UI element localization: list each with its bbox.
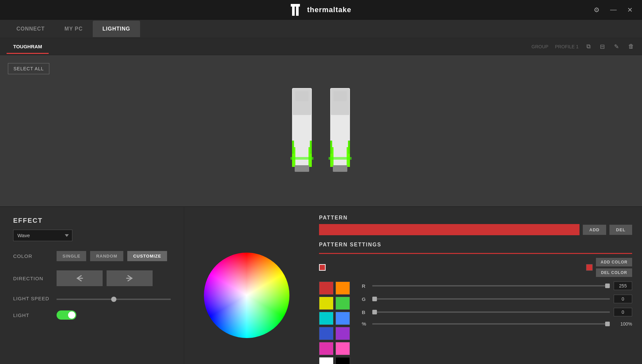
color-grid (319, 282, 350, 364)
r-row: R (362, 282, 632, 290)
svg-rect-10 (292, 141, 294, 154)
swatch-blue[interactable] (335, 312, 350, 325)
light-toggle[interactable] (57, 310, 76, 320)
svg-rect-15 (333, 165, 347, 172)
brand: thermaltake (291, 4, 352, 16)
swatch-pink[interactable] (319, 342, 333, 355)
brand-logo-icon (291, 4, 304, 16)
tab-mypc[interactable]: MY PC (55, 21, 92, 37)
r-slider[interactable] (372, 285, 610, 286)
paste-icon[interactable]: ⊟ (599, 42, 606, 52)
g-slider[interactable] (372, 298, 610, 300)
percent-label: % (362, 321, 368, 327)
customize-button[interactable]: CUSTOMIZE (127, 251, 167, 261)
swatch-red[interactable] (319, 282, 333, 295)
svg-rect-18 (329, 157, 352, 160)
random-button[interactable]: RANDOM (90, 251, 123, 261)
g-value-input[interactable] (614, 295, 632, 303)
svg-rect-19 (330, 141, 332, 154)
close-button[interactable]: ✕ (625, 5, 635, 15)
tab-lighting[interactable]: LIGHTING (93, 21, 140, 37)
pattern-label: PATTERN (319, 215, 632, 221)
right-panel: PATTERN ADD DEL PATTERN SETTINGS (309, 207, 642, 364)
b-row: B (362, 308, 632, 316)
sub-tab-right: GROUP PROFILE 1 ⧉ ⊟ ✎ 🗑 (531, 42, 635, 52)
tab-connect[interactable]: CONNECT (7, 21, 55, 37)
swatch-orange[interactable] (335, 282, 350, 295)
profile-label: PROFILE 1 (555, 44, 579, 49)
pattern-settings-section: PATTERN SETTINGS ADD COLOR DEL COLOR (319, 242, 632, 364)
active-swatch-right[interactable] (586, 264, 593, 271)
b-slider[interactable] (372, 311, 610, 313)
pattern-settings-label: PATTERN SETTINGS (319, 242, 382, 248)
select-all-button[interactable]: SELECT ALL (8, 63, 49, 74)
svg-rect-9 (290, 157, 313, 160)
add-color-button[interactable]: ADD COLOR (596, 258, 632, 266)
color-row: COLOR SINGLE RANDOM CUSTOMIZE (13, 251, 171, 261)
r-label: R (362, 283, 368, 289)
control-area: EFFECT Static Wave Pulse Flash Breathing… (0, 206, 642, 364)
swatch-green[interactable] (335, 297, 350, 310)
edit-icon[interactable]: ✎ (613, 42, 620, 52)
pattern-row: ADD DEL (319, 224, 632, 235)
settings-button[interactable]: ⚙ (591, 5, 602, 15)
nav-tabs: CONNECT MY PC LIGHTING (0, 20, 642, 38)
light-row: LIGHT (13, 310, 171, 320)
g-label: G (362, 296, 368, 302)
pattern-del-button[interactable]: DEL (609, 225, 632, 235)
toggle-slider[interactable] (57, 310, 76, 320)
swatch-black[interactable] (335, 357, 350, 364)
light-speed-slider[interactable] (57, 299, 171, 300)
g-row: G (362, 295, 632, 303)
ram-preview (285, 81, 357, 180)
sub-tab-toughram[interactable]: TOUGHRAM (7, 39, 49, 54)
direction-row: DIRECTION (13, 270, 171, 286)
swatch-white[interactable] (319, 357, 333, 364)
light-speed-row: LIGHT SPEED (13, 295, 171, 301)
svg-rect-11 (310, 141, 312, 154)
delete-icon[interactable]: 🗑 (627, 42, 635, 51)
effect-dropdown[interactable]: Static Wave Pulse Flash Breathing Rainbo… (13, 230, 72, 241)
ram-stick-1 (285, 81, 318, 180)
del-color-button[interactable]: DEL COLOR (596, 268, 632, 277)
swatch-purple[interactable] (335, 327, 350, 340)
effect-title: EFFECT (13, 217, 171, 224)
svg-rect-20 (348, 141, 350, 154)
active-swatch-left[interactable] (319, 264, 326, 271)
r-value-input[interactable] (614, 282, 632, 290)
copy-icon[interactable]: ⧉ (585, 42, 592, 51)
sub-tabs: TOUGHRAM GROUP PROFILE 1 ⧉ ⊟ ✎ 🗑 (0, 38, 642, 55)
ram-stick-2 (324, 81, 357, 180)
arrow-left-icon (75, 274, 85, 282)
minimize-button[interactable]: — (607, 5, 619, 15)
svg-rect-17 (333, 91, 347, 101)
swatch-yellow[interactable] (319, 297, 333, 310)
light-speed-slider-container (57, 295, 171, 301)
color-wheel-area (184, 207, 309, 364)
add-del-btns: ADD COLOR DEL COLOR (596, 258, 632, 277)
svg-rect-6 (295, 165, 309, 172)
percent-slider[interactable] (372, 323, 610, 325)
percent-value: 100% (614, 321, 632, 327)
color-wheel[interactable] (204, 253, 289, 338)
left-controls: EFFECT Static Wave Pulse Flash Breathing… (0, 207, 184, 364)
group-label: GROUP (531, 44, 548, 49)
separator (319, 253, 632, 254)
arrow-right-icon (125, 274, 135, 282)
svg-rect-8 (295, 91, 309, 101)
swatch-hot-pink[interactable] (335, 342, 350, 355)
direction-right-button[interactable] (107, 270, 153, 286)
light-label: LIGHT (13, 312, 53, 318)
percent-row: % 100% (362, 321, 632, 327)
direction-left-button[interactable] (57, 270, 103, 286)
b-value-input[interactable] (614, 308, 632, 316)
single-button[interactable]: SINGLE (57, 251, 86, 261)
swatch-navy[interactable] (319, 327, 333, 340)
pattern-settings-header: PATTERN SETTINGS (319, 242, 632, 251)
swatch-cyan[interactable] (319, 312, 333, 325)
pattern-add-button[interactable]: ADD (583, 225, 606, 235)
color-label: COLOR (13, 253, 53, 259)
pattern-bar[interactable] (319, 224, 580, 235)
svg-rect-2 (291, 4, 300, 7)
titlebar: thermaltake ⚙ — ✕ (0, 0, 642, 20)
